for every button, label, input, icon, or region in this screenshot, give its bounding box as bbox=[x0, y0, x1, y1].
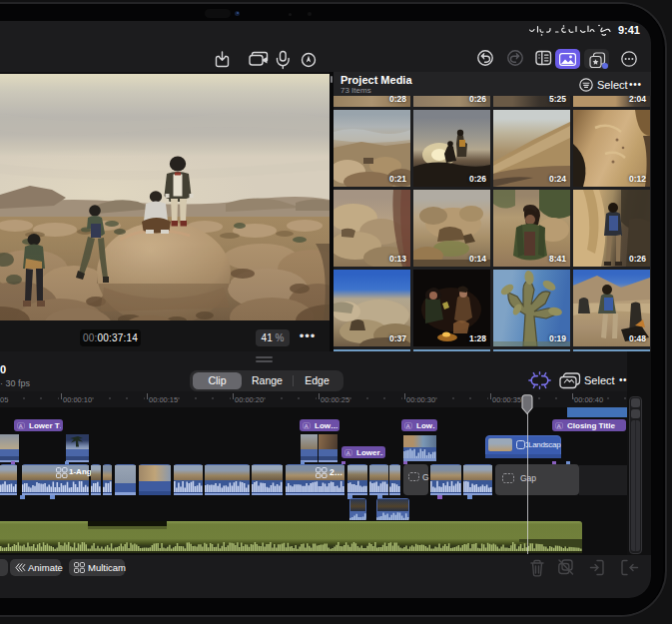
svg-text:9:41: 9:41 bbox=[618, 24, 640, 36]
